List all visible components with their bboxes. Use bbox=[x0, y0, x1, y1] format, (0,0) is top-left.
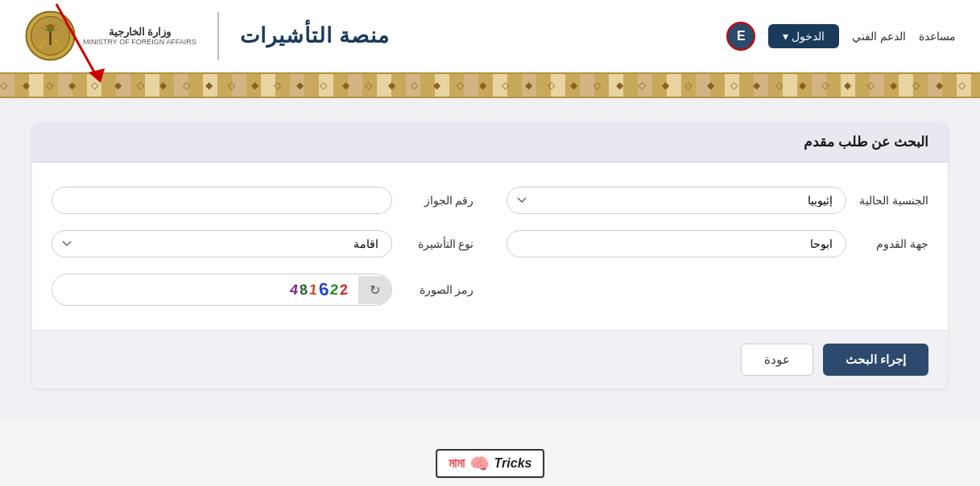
nationality-label: الجنسية الحالية bbox=[856, 194, 928, 207]
card-header: البحث عن طلب مقدم bbox=[32, 122, 948, 163]
nationality-select[interactable]: إثيوبيا bbox=[507, 187, 847, 214]
search-button[interactable]: إجراء البحث bbox=[823, 344, 928, 376]
ministry-name: وزارة الخارجية bbox=[83, 26, 196, 38]
decorative-border bbox=[0, 72, 980, 98]
logo-divider bbox=[217, 12, 219, 60]
visa-type-row: نوع التأشيرة اقامة bbox=[52, 230, 474, 257]
card-body: الجنسية الحالية إثيوبيا جهة القدوم bbox=[32, 163, 948, 330]
form-col-left: رقم الجواز نوع التأشيرة اقامة رمز الصورة bbox=[52, 187, 474, 306]
ministry-emblem bbox=[24, 10, 76, 62]
visa-type-select[interactable]: اقامة bbox=[52, 230, 392, 257]
form-col-right: الجنسية الحالية إثيوبيا جهة القدوم bbox=[507, 187, 929, 306]
main-content: البحث عن طلب مقدم الجنسية الحالية إثيوبي… bbox=[0, 98, 980, 420]
user-badge[interactable]: E bbox=[726, 22, 755, 51]
captcha-char-6: 4 bbox=[289, 281, 300, 299]
passport-input[interactable] bbox=[52, 187, 392, 214]
header-right: E الدخول ▾ الدعم الفني مساعدة bbox=[723, 22, 956, 51]
form-grid: الجنسية الحالية إثيوبيا جهة القدوم bbox=[52, 187, 928, 306]
card-title: البحث عن طلب مقدم bbox=[804, 134, 928, 150]
captcha-row: رمز الصورة ↻ 2 2 6 1 8 4 bbox=[52, 274, 474, 306]
watermark-mama-text: মামা bbox=[449, 456, 465, 471]
header: E الدخول ▾ الدعم الفني مساعدة منصة التأش… bbox=[0, 0, 980, 72]
header-logo: منصة التأشيرات وزارة الخارجية MINISTRY O… bbox=[24, 10, 390, 62]
captcha-char-3: 6 bbox=[318, 279, 330, 301]
captcha-char-1: 2 bbox=[340, 281, 349, 299]
visa-type-label: نوع التأشيرة bbox=[402, 237, 474, 250]
platform-title: منصة التأشيرات bbox=[240, 23, 390, 48]
arrival-row: جهة القدوم bbox=[507, 230, 929, 257]
captcha-char-2: 2 bbox=[330, 281, 340, 299]
login-button[interactable]: الدخول ▾ bbox=[768, 24, 839, 48]
captcha-image: 2 2 6 1 8 4 bbox=[52, 274, 358, 305]
arrival-label: جهة القدوم bbox=[856, 237, 928, 250]
search-card: البحث عن طلب مقدم الجنسية الحالية إثيوبي… bbox=[32, 122, 948, 389]
captcha-refresh-button[interactable]: ↻ bbox=[358, 276, 391, 304]
help-link[interactable]: مساعدة bbox=[919, 30, 956, 43]
watermark-tricks-text: Tricks bbox=[494, 456, 532, 471]
svg-point-5 bbox=[47, 24, 55, 31]
nationality-row: الجنسية الحالية إثيوبيا bbox=[507, 187, 929, 214]
arrival-input[interactable] bbox=[507, 230, 847, 257]
card-footer: إجراء البحث عودة bbox=[32, 330, 948, 389]
captcha-box: ↻ 2 2 6 1 8 4 bbox=[52, 274, 392, 306]
ministry-sub: MINISTRY OF FOREIGN AFFAIRS bbox=[83, 38, 196, 46]
passport-label: رقم الجواز bbox=[402, 194, 474, 207]
captcha-char-4: 1 bbox=[308, 281, 319, 299]
watermark-brain-icon: 🧠 bbox=[469, 454, 490, 473]
back-button[interactable]: عودة bbox=[741, 344, 813, 376]
passport-row: رقم الجواز bbox=[52, 187, 474, 214]
decorative-section bbox=[0, 72, 980, 98]
captcha-char-5: 8 bbox=[299, 281, 308, 299]
captcha-label: رمز الصورة bbox=[402, 283, 474, 296]
watermark: Tricks 🧠 মামা bbox=[436, 449, 545, 478]
support-link[interactable]: الدعم الفني bbox=[852, 30, 906, 43]
